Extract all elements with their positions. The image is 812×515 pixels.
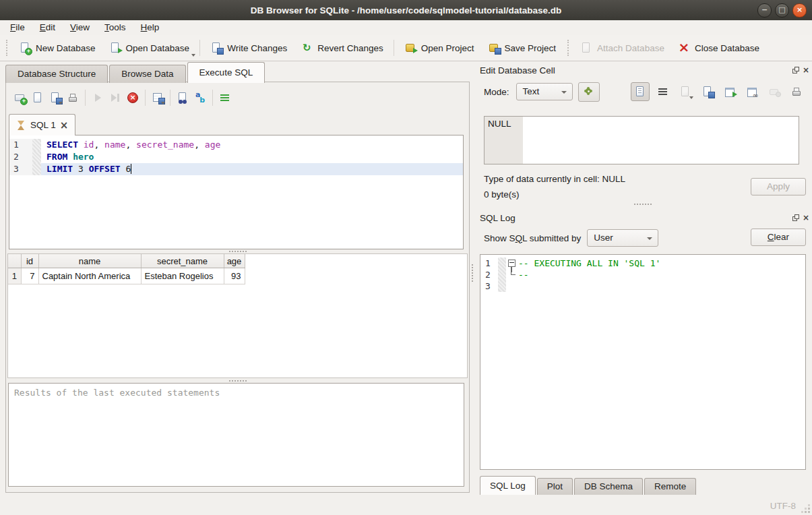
status-bar: UTF-8 xyxy=(0,497,812,515)
column-header-id[interactable]: id xyxy=(21,254,38,268)
minimize-button[interactable]: − xyxy=(757,3,772,18)
format-sql-button[interactable] xyxy=(216,89,234,107)
column-header-secret_name[interactable]: secret_name xyxy=(141,254,224,268)
fold-collapse-icon[interactable] xyxy=(508,260,516,267)
column-header-name[interactable]: name xyxy=(38,254,141,268)
dock-tab-remote[interactable]: Remote xyxy=(644,478,696,495)
table-head: idnamesecret_nameage xyxy=(8,254,245,268)
maximize-button[interactable]: □ xyxy=(775,3,789,18)
toolbar-separator xyxy=(145,90,146,106)
menu-tools[interactable]: Tools xyxy=(97,20,133,35)
resize-grip[interactable] xyxy=(808,511,810,513)
tab-database-structure[interactable]: Database Structure xyxy=(5,65,108,83)
log-fold-marker[interactable] xyxy=(506,269,518,280)
row-number-cell[interactable]: 1 xyxy=(8,268,21,284)
dropdown-caret-icon[interactable] xyxy=(191,54,195,57)
doc-open-file-icon xyxy=(32,92,44,104)
close-database-button[interactable]: Close Database xyxy=(671,38,766,58)
results-grid[interactable]: idnamesecret_nameage17Captain North Amer… xyxy=(7,253,468,378)
code-text: LIMIT 3 OFFSET 6 xyxy=(41,163,463,175)
cell-name[interactable]: Captain North America xyxy=(38,268,141,284)
apply-button[interactable]: Apply xyxy=(751,178,806,195)
cell-value-editor[interactable]: NULL xyxy=(484,116,799,164)
dropdown-caret-icon[interactable] xyxy=(161,102,165,104)
tab-browse-data[interactable]: Browse Data xyxy=(109,65,185,83)
log-line: 1-- EXECUTING ALL IN 'SQL 1' xyxy=(480,258,805,269)
cell-value: NULL xyxy=(488,119,511,129)
open-database-button[interactable]: Open Database xyxy=(102,38,197,58)
close-button[interactable]: × xyxy=(792,3,807,18)
sql-editor[interactable]: 1SELECT id, name, secret_name, age2FROM … xyxy=(9,135,464,249)
find-replace-button[interactable] xyxy=(191,89,209,107)
cell-secret_name[interactable]: Esteban Rogelios xyxy=(141,268,224,284)
doc-save-icon xyxy=(701,86,714,98)
text-mode-toggle-button[interactable] xyxy=(631,82,650,101)
results-message-splitter[interactable] xyxy=(6,378,469,383)
print-sql-button[interactable] xyxy=(64,89,82,107)
tab-execute-sql[interactable]: Execute SQL xyxy=(187,62,266,83)
fold-end-icon xyxy=(511,267,516,275)
dock-tab-sql-log[interactable]: SQL Log xyxy=(480,476,536,495)
mode-select[interactable]: Text xyxy=(516,83,573,100)
sql-editor-tab[interactable]: SQL 1 × xyxy=(9,114,75,135)
copy-as-link-button[interactable] xyxy=(743,83,761,100)
new-sql-tab-button[interactable] xyxy=(11,89,29,107)
open-project-button[interactable]: Open Project xyxy=(398,38,481,58)
word-wrap-button[interactable] xyxy=(654,83,672,100)
cell-log-splitter[interactable] xyxy=(480,202,806,206)
float-icon[interactable] xyxy=(792,214,799,221)
cell-id[interactable]: 7 xyxy=(21,268,38,284)
dropdown-caret-icon[interactable] xyxy=(689,96,693,99)
sql-log-view[interactable]: 1-- EXECUTING ALL IN 'SQL 1'2--3 xyxy=(480,254,806,470)
dock-tab-plot[interactable]: Plot xyxy=(537,478,573,495)
cell-mode-row: Mode: Text xyxy=(484,82,805,101)
code-token: , xyxy=(125,140,136,150)
binoculars-icon xyxy=(177,92,189,104)
save-project-button[interactable]: Save Project xyxy=(481,38,563,58)
auto-switch-mode-button[interactable] xyxy=(578,82,600,102)
code-token: hero xyxy=(73,152,94,162)
results-message-text: Results of the last executed statements xyxy=(14,388,220,398)
save-results-button[interactable] xyxy=(149,89,166,107)
close-icon[interactable]: × xyxy=(803,214,809,221)
menu-file[interactable]: File xyxy=(3,20,32,35)
log-filter-select[interactable]: User xyxy=(587,229,658,247)
code-token: SELECT xyxy=(46,140,78,150)
clear-log-button[interactable]: Clear xyxy=(751,229,806,246)
titlebar[interactable]: DB Browser for SQLite - /home/user/code/… xyxy=(0,0,812,21)
tab-plus-icon xyxy=(14,92,26,104)
menu-view[interactable]: View xyxy=(63,20,97,35)
main-vertical-splitter[interactable] xyxy=(470,62,476,497)
find-button[interactable] xyxy=(174,89,191,107)
cell-age[interactable]: 93 xyxy=(224,268,245,284)
write-changes-button[interactable]: Write Changes xyxy=(204,38,294,58)
window-title: DB Browser for SQLite - /home/user/code/… xyxy=(251,5,561,16)
stop-execution-button[interactable] xyxy=(124,89,142,107)
open-sql-file-button[interactable] xyxy=(29,89,46,107)
open-project-label: Open Project xyxy=(421,43,474,53)
float-icon[interactable] xyxy=(792,67,799,73)
ab-icon xyxy=(194,92,206,104)
print-cell-button[interactable] xyxy=(788,83,805,100)
code-token: LIMIT xyxy=(46,164,73,174)
row-number-header[interactable] xyxy=(8,254,21,268)
revert-changes-button[interactable]: Revert Changes xyxy=(294,38,390,58)
new-database-button[interactable]: New Database xyxy=(12,38,102,58)
close-tab-icon[interactable]: × xyxy=(60,121,69,130)
toolbar-separator xyxy=(212,90,213,106)
open-in-external-app-button[interactable] xyxy=(721,83,739,100)
dock-tab-db-schema[interactable]: DB Schema xyxy=(574,478,643,495)
save-sql-file-button[interactable] xyxy=(46,89,64,107)
execute-sql-panel: SQL 1 × 1SELECT id, name, secret_name, a… xyxy=(5,82,470,493)
editor-results-splitter[interactable] xyxy=(6,249,469,253)
text-cursor xyxy=(131,164,131,174)
close-icon[interactable]: × xyxy=(803,67,809,73)
log-fold-margin xyxy=(498,258,506,269)
menu-edit[interactable]: Edit xyxy=(32,20,63,35)
dropdown-caret-icon[interactable] xyxy=(59,102,63,104)
export-to-file-button[interactable] xyxy=(699,83,716,100)
editor-line: 2FROM hero xyxy=(9,151,463,163)
column-header-age[interactable]: age xyxy=(224,254,245,268)
menu-help[interactable]: Help xyxy=(133,20,167,35)
results-message-pane[interactable]: Results of the last executed statements xyxy=(8,383,464,487)
